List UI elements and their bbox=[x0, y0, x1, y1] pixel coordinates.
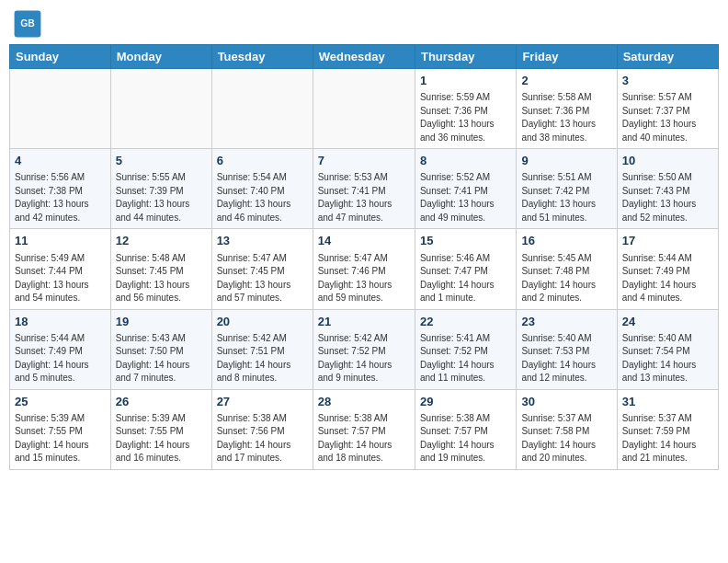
calendar-cell: 3Sunrise: 5:57 AM Sunset: 7:37 PM Daylig… bbox=[617, 69, 718, 149]
day-number: 27 bbox=[217, 394, 308, 410]
day-info: Sunrise: 5:52 AM Sunset: 7:41 PM Dayligh… bbox=[420, 171, 511, 224]
calendar-cell: 9Sunrise: 5:51 AM Sunset: 7:42 PM Daylig… bbox=[517, 149, 617, 229]
calendar-table: SundayMondayTuesdayWednesdayThursdayFrid… bbox=[9, 44, 719, 470]
calendar-cell: 24Sunrise: 5:40 AM Sunset: 7:54 PM Dayli… bbox=[617, 309, 718, 389]
day-info: Sunrise: 5:43 AM Sunset: 7:50 PM Dayligh… bbox=[116, 332, 207, 385]
day-info: Sunrise: 5:39 AM Sunset: 7:55 PM Dayligh… bbox=[116, 412, 207, 465]
day-number: 23 bbox=[521, 314, 611, 330]
calendar-header-row: SundayMondayTuesdayWednesdayThursdayFrid… bbox=[10, 45, 719, 69]
calendar-cell: 28Sunrise: 5:38 AM Sunset: 7:57 PM Dayli… bbox=[313, 389, 415, 469]
calendar-cell: 27Sunrise: 5:38 AM Sunset: 7:56 PM Dayli… bbox=[211, 389, 313, 469]
calendar-cell: 16Sunrise: 5:45 AM Sunset: 7:48 PM Dayli… bbox=[517, 229, 617, 309]
calendar-cell: 4Sunrise: 5:56 AM Sunset: 7:38 PM Daylig… bbox=[10, 149, 111, 229]
calendar-cell: 26Sunrise: 5:39 AM Sunset: 7:55 PM Dayli… bbox=[110, 389, 211, 469]
calendar-cell: 15Sunrise: 5:46 AM Sunset: 7:47 PM Dayli… bbox=[415, 229, 516, 309]
day-number: 1 bbox=[420, 73, 511, 89]
day-number: 25 bbox=[15, 394, 106, 410]
day-info: Sunrise: 5:40 AM Sunset: 7:54 PM Dayligh… bbox=[622, 332, 713, 385]
day-number: 31 bbox=[622, 394, 713, 410]
col-header-sunday: Sunday bbox=[10, 45, 111, 69]
day-number: 9 bbox=[521, 153, 611, 169]
day-info: Sunrise: 5:49 AM Sunset: 7:44 PM Dayligh… bbox=[15, 252, 106, 305]
day-number: 28 bbox=[318, 394, 410, 410]
day-number: 17 bbox=[622, 233, 713, 249]
day-number: 8 bbox=[420, 153, 511, 169]
day-number: 26 bbox=[116, 394, 207, 410]
day-number: 24 bbox=[622, 314, 713, 330]
day-number: 14 bbox=[318, 233, 410, 249]
calendar-cell: 21Sunrise: 5:42 AM Sunset: 7:52 PM Dayli… bbox=[313, 309, 415, 389]
day-info: Sunrise: 5:51 AM Sunset: 7:42 PM Dayligh… bbox=[521, 171, 611, 224]
col-header-monday: Monday bbox=[110, 45, 211, 69]
calendar-week-row: 25Sunrise: 5:39 AM Sunset: 7:55 PM Dayli… bbox=[10, 389, 719, 469]
calendar-cell: 23Sunrise: 5:40 AM Sunset: 7:53 PM Dayli… bbox=[517, 309, 617, 389]
day-number: 5 bbox=[116, 153, 207, 169]
day-info: Sunrise: 5:42 AM Sunset: 7:51 PM Dayligh… bbox=[217, 332, 308, 385]
calendar-cell: 31Sunrise: 5:37 AM Sunset: 7:59 PM Dayli… bbox=[617, 389, 718, 469]
day-number: 2 bbox=[521, 73, 611, 89]
col-header-wednesday: Wednesday bbox=[313, 45, 415, 69]
calendar-cell: 10Sunrise: 5:50 AM Sunset: 7:43 PM Dayli… bbox=[617, 149, 718, 229]
day-info: Sunrise: 5:45 AM Sunset: 7:48 PM Dayligh… bbox=[521, 252, 611, 305]
day-info: Sunrise: 5:48 AM Sunset: 7:45 PM Dayligh… bbox=[116, 252, 207, 305]
calendar-week-row: 11Sunrise: 5:49 AM Sunset: 7:44 PM Dayli… bbox=[10, 229, 719, 309]
day-number: 29 bbox=[420, 394, 511, 410]
calendar-cell: 12Sunrise: 5:48 AM Sunset: 7:45 PM Dayli… bbox=[110, 229, 211, 309]
calendar-week-row: 4Sunrise: 5:56 AM Sunset: 7:38 PM Daylig… bbox=[10, 149, 719, 229]
calendar-week-row: 18Sunrise: 5:44 AM Sunset: 7:49 PM Dayli… bbox=[10, 309, 719, 389]
calendar-cell: 20Sunrise: 5:42 AM Sunset: 7:51 PM Dayli… bbox=[211, 309, 313, 389]
day-info: Sunrise: 5:37 AM Sunset: 7:58 PM Dayligh… bbox=[521, 412, 611, 465]
day-number: 20 bbox=[217, 314, 308, 330]
day-number: 19 bbox=[116, 314, 207, 330]
col-header-saturday: Saturday bbox=[617, 45, 718, 69]
day-info: Sunrise: 5:38 AM Sunset: 7:56 PM Dayligh… bbox=[217, 412, 308, 465]
calendar-cell: 14Sunrise: 5:47 AM Sunset: 7:46 PM Dayli… bbox=[313, 229, 415, 309]
day-info: Sunrise: 5:56 AM Sunset: 7:38 PM Dayligh… bbox=[15, 171, 106, 224]
day-number: 10 bbox=[622, 153, 713, 169]
logo-icon: GB bbox=[13, 9, 42, 39]
day-number: 6 bbox=[217, 153, 308, 169]
day-info: Sunrise: 5:40 AM Sunset: 7:53 PM Dayligh… bbox=[521, 332, 611, 385]
calendar-cell: 29Sunrise: 5:38 AM Sunset: 7:57 PM Dayli… bbox=[415, 389, 516, 469]
calendar-cell: 5Sunrise: 5:55 AM Sunset: 7:39 PM Daylig… bbox=[110, 149, 211, 229]
calendar-cell: 22Sunrise: 5:41 AM Sunset: 7:52 PM Dayli… bbox=[415, 309, 516, 389]
day-number: 3 bbox=[622, 73, 713, 89]
day-number: 21 bbox=[318, 314, 410, 330]
logo: GB bbox=[13, 9, 46, 39]
calendar-cell: 6Sunrise: 5:54 AM Sunset: 7:40 PM Daylig… bbox=[211, 149, 313, 229]
calendar-cell bbox=[313, 69, 415, 149]
day-number: 12 bbox=[116, 233, 207, 249]
calendar-cell: 25Sunrise: 5:39 AM Sunset: 7:55 PM Dayli… bbox=[10, 389, 111, 469]
day-info: Sunrise: 5:50 AM Sunset: 7:43 PM Dayligh… bbox=[622, 171, 713, 224]
day-info: Sunrise: 5:59 AM Sunset: 7:36 PM Dayligh… bbox=[420, 91, 511, 144]
day-number: 11 bbox=[15, 233, 106, 249]
day-info: Sunrise: 5:41 AM Sunset: 7:52 PM Dayligh… bbox=[420, 332, 511, 385]
calendar-cell: 18Sunrise: 5:44 AM Sunset: 7:49 PM Dayli… bbox=[10, 309, 111, 389]
page-header: GB bbox=[9, 9, 719, 39]
day-number: 16 bbox=[521, 233, 611, 249]
day-info: Sunrise: 5:38 AM Sunset: 7:57 PM Dayligh… bbox=[420, 412, 511, 465]
day-info: Sunrise: 5:55 AM Sunset: 7:39 PM Dayligh… bbox=[116, 171, 207, 224]
day-info: Sunrise: 5:58 AM Sunset: 7:36 PM Dayligh… bbox=[521, 91, 611, 144]
day-info: Sunrise: 5:46 AM Sunset: 7:47 PM Dayligh… bbox=[420, 252, 511, 305]
calendar-cell: 30Sunrise: 5:37 AM Sunset: 7:58 PM Dayli… bbox=[517, 389, 617, 469]
calendar-cell: 2Sunrise: 5:58 AM Sunset: 7:36 PM Daylig… bbox=[517, 69, 617, 149]
day-info: Sunrise: 5:57 AM Sunset: 7:37 PM Dayligh… bbox=[622, 91, 713, 144]
day-number: 4 bbox=[15, 153, 106, 169]
calendar-cell: 7Sunrise: 5:53 AM Sunset: 7:41 PM Daylig… bbox=[313, 149, 415, 229]
svg-text:GB: GB bbox=[20, 18, 35, 29]
day-info: Sunrise: 5:54 AM Sunset: 7:40 PM Dayligh… bbox=[217, 171, 308, 224]
calendar-cell: 19Sunrise: 5:43 AM Sunset: 7:50 PM Dayli… bbox=[110, 309, 211, 389]
calendar-cell: 13Sunrise: 5:47 AM Sunset: 7:45 PM Dayli… bbox=[211, 229, 313, 309]
day-info: Sunrise: 5:47 AM Sunset: 7:45 PM Dayligh… bbox=[217, 252, 308, 305]
day-number: 22 bbox=[420, 314, 511, 330]
calendar-cell bbox=[211, 69, 313, 149]
day-number: 30 bbox=[521, 394, 611, 410]
day-number: 13 bbox=[217, 233, 308, 249]
day-number: 15 bbox=[420, 233, 511, 249]
day-info: Sunrise: 5:47 AM Sunset: 7:46 PM Dayligh… bbox=[318, 252, 410, 305]
calendar-cell: 11Sunrise: 5:49 AM Sunset: 7:44 PM Dayli… bbox=[10, 229, 111, 309]
calendar-cell: 1Sunrise: 5:59 AM Sunset: 7:36 PM Daylig… bbox=[415, 69, 516, 149]
day-number: 7 bbox=[318, 153, 410, 169]
day-info: Sunrise: 5:44 AM Sunset: 7:49 PM Dayligh… bbox=[622, 252, 713, 305]
